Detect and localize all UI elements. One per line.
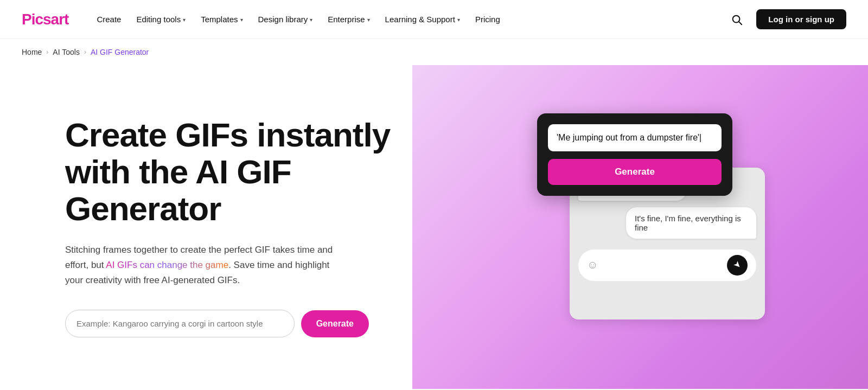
nav-right: Log in or sign up [726, 9, 846, 30]
breadcrumb-home[interactable]: Home [22, 48, 42, 56]
navbar: Picsart Create Editing tools ▾ Templates… [0, 0, 868, 39]
chat-input-row: ☺ ➤ [578, 250, 756, 281]
nav-links: Create Editing tools ▾ Templates ▾ Desig… [90, 10, 726, 28]
login-button[interactable]: Log in or sign up [756, 9, 846, 29]
chevron-down-icon: ▾ [457, 17, 460, 23]
nav-pricing[interactable]: Pricing [469, 10, 507, 28]
left-panel: Create GIFs instantly with the AI GIF Ge… [0, 65, 412, 389]
chevron-down-icon: ▾ [183, 17, 186, 23]
search-button[interactable] [726, 9, 748, 30]
nav-learning-support[interactable]: Learning & Support ▾ [379, 10, 467, 28]
emoji-icon: ☺ [587, 259, 598, 271]
input-row: Generate [65, 310, 369, 337]
nav-create[interactable]: Create [90, 10, 127, 28]
send-button[interactable]: ➤ [727, 255, 748, 276]
search-icon [731, 14, 743, 25]
svg-line-1 [739, 22, 742, 24]
prompt-input[interactable] [65, 310, 295, 337]
nav-editing-tools[interactable]: Editing tools ▾ [130, 10, 192, 28]
breadcrumb: Home › AI Tools › AI GIF Generator [0, 39, 868, 65]
chat-input-fake [603, 260, 722, 271]
hero-desc-gradient: AI GIFs can change the game [106, 260, 228, 270]
chevron-down-icon: ▾ [310, 17, 312, 23]
hero-description: Stitching frames together to create the … [65, 242, 347, 288]
prompt-card: 'Me jumping out from a dumpster fire'| G… [537, 113, 732, 196]
page-wrapper: Create GIFs instantly with the AI GIF Ge… [0, 65, 868, 389]
right-panel: Hey, how's it going? It's fine, I'm fine… [412, 65, 868, 389]
hero-title: Create GIFs instantly with the AI GIF Ge… [65, 117, 391, 228]
chevron-down-icon: ▾ [240, 17, 243, 23]
send-arrow-icon: ➤ [731, 258, 744, 271]
nav-design-library[interactable]: Design library ▾ [252, 10, 320, 28]
logo[interactable]: Picsart [22, 11, 68, 28]
breadcrumb-sep-1: › [46, 48, 48, 56]
prompt-card-generate-button[interactable]: Generate [548, 159, 722, 185]
breadcrumb-sep-2: › [84, 48, 86, 56]
prompt-card-text: 'Me jumping out from a dumpster fire'| [548, 124, 722, 151]
logo-text: Picsart [22, 11, 68, 28]
generate-button[interactable]: Generate [301, 310, 369, 337]
breadcrumb-ai-tools[interactable]: AI Tools [53, 48, 80, 56]
breadcrumb-current: AI GIF Generator [91, 48, 149, 56]
chat-bubble-right: It's fine, I'm fine, everything is fine [626, 207, 756, 239]
mockup-container: Hey, how's it going? It's fine, I'm fine… [526, 103, 754, 352]
nav-enterprise[interactable]: Enterprise ▾ [321, 10, 376, 28]
chevron-down-icon: ▾ [367, 17, 370, 23]
nav-templates[interactable]: Templates ▾ [194, 10, 249, 28]
